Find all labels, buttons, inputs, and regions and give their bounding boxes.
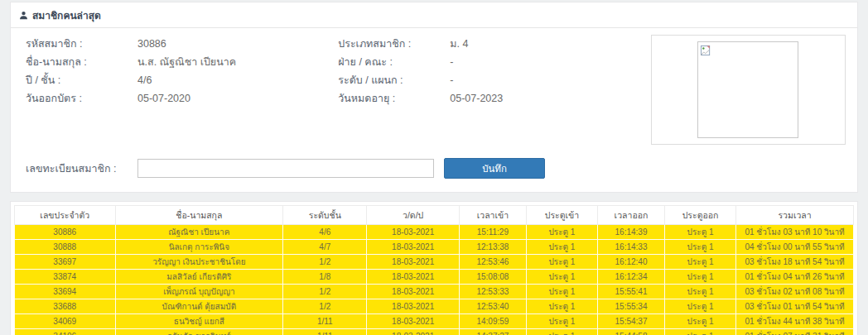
table-header-row: เลขประจำตัวชื่อ-นามสกุลระดับชั้นว/ด/ปเวล… [15, 206, 854, 225]
member-details: รหัสสมาชิก : 30886 ชื่อ-นามสกุล : น.ส. ณ… [11, 28, 857, 145]
table-cell: 1/11 [283, 314, 367, 329]
member-photo-card [651, 35, 846, 145]
table-cell: 18-03-2021 [367, 240, 459, 255]
table-row[interactable]: 34069ธนวิชญ์ แยกสี1/1118-03-202114:09:59… [15, 314, 854, 329]
latest-member-panel: สมาชิกคนล่าสุด รหัสสมาชิก : 30886 ชื่อ-น… [10, 2, 858, 193]
table-cell: 15:11:29 [459, 225, 526, 240]
table-cell: ประตู 1 [665, 314, 736, 329]
table-row[interactable]: 33874มลสิวัลย์ เกียรติศิริ1/818-03-20211… [15, 270, 854, 285]
table-cell: 33688 [15, 299, 116, 314]
column-header: ชื่อ-นามสกุล [115, 206, 283, 225]
registration-number-input[interactable] [137, 159, 434, 178]
table-row[interactable]: 33694เพ็ญภรณ์ บุญปัญญา1/218-03-202112:53… [15, 285, 854, 299]
detail-value: 4/6 [137, 74, 152, 86]
table-cell: ประตู 1 [526, 255, 597, 270]
table-cell: 16:14:33 [598, 240, 665, 255]
table-cell: 18-03-2021 [367, 314, 459, 329]
table-cell: ประตู 1 [665, 255, 736, 270]
panel-title-text: สมาชิกคนล่าสุด [32, 7, 101, 23]
table-cell: 03 ชั่วโมง 01 นาที 54 วินาที [736, 299, 854, 314]
detail-label: ชื่อ-นามสกุล : [26, 54, 137, 70]
table-cell: 16:12:40 [598, 255, 665, 270]
table-cell: ประตู 1 [526, 240, 597, 255]
table-cell: 14:09:59 [459, 314, 526, 329]
table-row[interactable]: 30888นิลเกตุ การะพินิจ4/718-03-202112:13… [15, 240, 854, 255]
detail-value: น.ส. ณัฐณิชา เปียนาค [137, 54, 236, 70]
table-cell: 15:55:41 [598, 285, 665, 299]
table-row[interactable]: 33697วรัญญา เงินประชาชินโดย1/218-03-2021… [15, 255, 854, 270]
table-cell: 01 ชั่วโมง 04 นาที 26 วินาที [736, 270, 854, 285]
column-header: ประตูออก [665, 206, 736, 225]
table-cell: ประตู 1 [526, 329, 597, 335]
table-cell: 1/2 [283, 255, 367, 270]
table-cell: 1/2 [283, 285, 367, 299]
table-cell: 18-03-2021 [367, 299, 459, 314]
table-cell: ประตู 1 [526, 270, 597, 285]
table-cell: ธนวิชญ์ แยกสี [115, 314, 283, 329]
table-row[interactable]: 33688บัณฑิกานต์ ตุ้ยสมบัติ1/218-03-20211… [15, 299, 854, 314]
table-cell: 03 ชั่วโมง 02 นาที 08 วินาที [736, 285, 854, 299]
detail-label: รหัสสมาชิก : [26, 36, 137, 52]
column-header: รวมเวลา [736, 206, 854, 225]
table-cell: 15:44:58 [598, 329, 665, 335]
table-cell: 30888 [15, 240, 116, 255]
detail-expiry-date: วันหมดอายุ : 05-07-2023 [338, 89, 650, 108]
table-cell: ประตู 1 [665, 225, 736, 240]
member-photo-frame [697, 41, 798, 138]
detail-value: 30886 [137, 38, 166, 50]
registration-label: เลขทะเบียนสมาชิก : [26, 160, 137, 177]
table-cell: อรันภัล ขาวอินทร์ [115, 329, 283, 335]
table-cell: 4/6 [283, 225, 367, 240]
user-icon [19, 11, 28, 20]
table-cell: 18-03-2021 [367, 285, 459, 299]
access-log-panel: เลขประจำตัวชื่อ-นามสกุลระดับชั้นว/ด/ปเวล… [10, 201, 858, 335]
table-cell: 1/11 [283, 329, 367, 335]
table-cell: 1/8 [283, 270, 367, 285]
detail-value: 05-07-2020 [137, 93, 190, 104]
save-button[interactable]: บันทึก [444, 158, 545, 179]
table-cell: 14:37:27 [459, 329, 526, 335]
table-cell: ประตู 1 [526, 225, 597, 240]
column-header: ประตูเข้า [526, 206, 597, 225]
table-cell: ประตู 1 [526, 314, 597, 329]
table-cell: ประตู 1 [526, 299, 597, 314]
table-cell: 15:08:08 [459, 270, 526, 285]
detail-issue-date: วันออกบัตร : 05-07-2020 [26, 89, 338, 108]
detail-member-code: รหัสสมาชิก : 30886 [26, 35, 338, 53]
table-cell: 16:14:39 [598, 225, 665, 240]
table-cell: 30886 [15, 225, 116, 240]
access-log-table: เลขประจำตัวชื่อ-นามสกุลระดับชั้นว/ด/ปเวล… [14, 205, 854, 335]
table-cell: วรัญญา เงินประชาชินโดย [115, 255, 283, 270]
detail-member-type: ประเภทสมาชิก : ม. 4 [338, 35, 650, 53]
table-cell: 33874 [15, 270, 116, 285]
table-cell: 16:12:34 [598, 270, 665, 285]
table-cell: ณัฐณิชา เปียนาค [115, 225, 283, 240]
detail-col-right: ประเภทสมาชิก : ม. 4 ฝ่าย / คณะ : - ระดับ… [338, 35, 650, 145]
column-header: ว/ด/ป [367, 206, 459, 225]
table-cell: 33694 [15, 285, 116, 299]
table-cell: 01 ชั่วโมง 07 นาที 31 วินาที [736, 329, 854, 335]
table-cell: 34106 [15, 329, 116, 335]
table-row[interactable]: 30886ณัฐณิชา เปียนาค4/618-03-202115:11:2… [15, 225, 854, 240]
detail-division: ฝ่าย / คณะ : - [338, 53, 650, 71]
detail-label: วันหมดอายุ : [338, 90, 450, 107]
table-cell: 18-03-2021 [367, 255, 459, 270]
table-row[interactable]: 34106อรันภัล ขาวอินทร์1/1118-03-202114:3… [15, 329, 854, 335]
table-cell: 04 ชั่วโมง 00 นาที 55 วินาที [736, 240, 854, 255]
table-cell: ประตู 1 [665, 270, 736, 285]
detail-value: 05-07-2023 [450, 93, 503, 104]
table-cell: ประตู 1 [526, 285, 597, 299]
broken-image-icon [701, 45, 711, 60]
detail-value: - [450, 74, 453, 86]
table-cell: 12:53:40 [459, 299, 526, 314]
column-header: เวลาออก [598, 206, 665, 225]
table-cell: 34069 [15, 314, 116, 329]
detail-label: วันออกบัตร : [26, 90, 137, 107]
table-cell: 15:55:34 [598, 299, 665, 314]
table-cell: 03 ชั่วโมง 18 นาที 54 วินาที [736, 255, 854, 270]
table-cell: 18-03-2021 [367, 329, 459, 335]
table-cell: ประตู 1 [665, 299, 736, 314]
detail-label: ปี / ชั้น : [26, 72, 137, 89]
table-cell: 01 ชั่วโมง 44 นาที 38 วินาที [736, 314, 854, 329]
table-cell: เพ็ญภรณ์ บุญปัญญา [115, 285, 283, 299]
